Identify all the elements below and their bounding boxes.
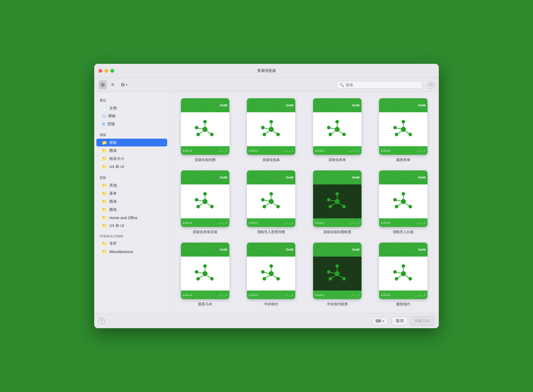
- template-item[interactable]: OmNI: [308, 243, 366, 307]
- template-name: 半径现代暗黑: [327, 302, 348, 307]
- template-thumbnail: OmNI: [379, 98, 427, 155]
- sidebar-item-ux-ui-stencil[interactable]: 📁 UX 和 UI: [96, 222, 167, 230]
- svg-point-0: [202, 127, 208, 132]
- sidebar-item-column[interactable]: 📁 专栏: [96, 240, 167, 247]
- document-icon: 📄: [102, 106, 107, 111]
- thumb-footer: 1 2: [181, 218, 229, 227]
- svg-line-89: [265, 272, 269, 273]
- sidebar-item-colors[interactable]: 📁 颜色: [96, 206, 167, 214]
- folder-icon: 📁: [102, 207, 107, 212]
- info-button[interactable]: ⓘ: [427, 81, 434, 89]
- svg-line-49: [265, 204, 269, 206]
- list-view-button[interactable]: ≡: [109, 80, 116, 89]
- svg-point-106: [393, 270, 397, 274]
- svg-point-100: [402, 264, 405, 268]
- minimize-button[interactable]: [104, 69, 108, 73]
- chevron-down-icon: ▾: [126, 83, 127, 86]
- template-item[interactable]: OmNI: [374, 170, 433, 234]
- sidebar-item-home-office[interactable]: 📁 Home and Office: [96, 214, 167, 222]
- template-thumbnail: OmNI: [313, 98, 362, 155]
- template-thumbnail: OmNI: [181, 243, 229, 299]
- thumb-body: [379, 257, 427, 290]
- sidebar-item-basic[interactable]: 📁 基本: [96, 190, 167, 197]
- titlebar: 资源浏览器: [94, 64, 439, 78]
- template-item[interactable]: OmNI: [242, 98, 300, 162]
- svg-point-1: [203, 120, 207, 123]
- folder-icon: 📁: [102, 215, 107, 220]
- list-view-icon: ≡: [111, 82, 114, 88]
- add-button[interactable]: ⌨ +: [372, 317, 388, 325]
- svg-line-42: [207, 204, 211, 206]
- svg-line-13: [265, 131, 269, 134]
- sidebar-item-templates-recent[interactable]: 🗂 模板: [96, 112, 167, 120]
- thumb-body: [313, 112, 362, 146]
- thumb-header: OmNI: [379, 243, 427, 257]
- svg-point-97: [327, 270, 331, 274]
- bottom-bar: ? ⌨ + 取消 新建文稿: [94, 313, 439, 328]
- thumb-header: OmNI: [181, 98, 229, 112]
- template-item[interactable]: OmNI: [176, 243, 234, 307]
- svg-line-62: [331, 200, 335, 201]
- svg-point-10: [269, 120, 273, 123]
- settings-button[interactable]: ⚙ ▾: [118, 80, 129, 89]
- svg-point-82: [269, 264, 273, 268]
- template-thumbnail: OmNI: [181, 98, 229, 155]
- omni-logo: OmNI: [286, 248, 293, 251]
- thumb-footer: 1 2: [247, 146, 295, 155]
- sidebar-item-charts-stencil[interactable]: 📁 图表: [96, 198, 167, 205]
- svg-point-18: [335, 127, 340, 132]
- cancel-button[interactable]: 取消: [391, 316, 408, 326]
- template-name: 层级化线条: [262, 158, 280, 162]
- svg-point-63: [401, 199, 406, 204]
- sidebar-item-ux-ui[interactable]: 📁 UX 和 UI: [96, 163, 167, 171]
- close-button[interactable]: [99, 69, 102, 73]
- svg-line-53: [265, 200, 269, 201]
- sidebar-item-label: 文档: [109, 106, 117, 111]
- sidebar-item-documents[interactable]: 📄 文档: [96, 104, 167, 112]
- sidebar-item-label: 型版: [107, 122, 115, 127]
- grid-view-button[interactable]: ⊞: [99, 80, 107, 89]
- template-name: 半径现代: [264, 302, 278, 307]
- template-item[interactable]: OmNI: [242, 170, 300, 234]
- template-item[interactable]: OmNI: [374, 243, 433, 307]
- content-area: 最近 📄 文档 🗂 模板 ⊞ 型版 模板 📁 模板 📁 图表: [94, 92, 439, 313]
- sidebar-item-charts[interactable]: 📁 图表: [96, 147, 167, 155]
- svg-line-51: [273, 204, 277, 206]
- help-button[interactable]: ?: [99, 318, 105, 324]
- sidebar-item-others[interactable]: 📁 其他: [96, 181, 167, 189]
- sidebar-item-miscellaneous[interactable]: 📁 Miscellaneous: [96, 248, 167, 256]
- template-item[interactable]: OmNI: [176, 98, 234, 162]
- thumb-footer: 1 2: [313, 146, 362, 155]
- template-item[interactable]: OmNI: [308, 170, 366, 234]
- template-item[interactable]: OmNI: [308, 98, 366, 162]
- thumb-header: OmNI: [313, 243, 362, 257]
- maximize-button[interactable]: [110, 69, 114, 73]
- template-folder-icon: 📁: [102, 140, 107, 145]
- thumb-body: [247, 112, 295, 146]
- search-input[interactable]: [346, 83, 420, 87]
- new-document-button[interactable]: 新建文稿: [410, 316, 434, 326]
- template-thumbnail: OmNI: [313, 243, 362, 299]
- template-item[interactable]: OmNI: [176, 170, 234, 234]
- thumb-body: [247, 184, 295, 218]
- svg-point-28: [402, 120, 405, 123]
- sidebar-section-recent: 最近: [94, 96, 169, 104]
- sidebar-item-paper-size[interactable]: 📁 纸张大小: [96, 155, 167, 163]
- svg-point-99: [401, 271, 406, 276]
- template-name: 强制导入白板: [393, 230, 414, 234]
- svg-point-34: [393, 126, 397, 129]
- omni-logo: OmNI: [352, 248, 359, 251]
- template-item[interactable]: OmNI: [242, 243, 300, 307]
- thumb-footer: 1 2: [379, 290, 427, 299]
- template-item[interactable]: OmNI: [374, 98, 433, 162]
- sidebar-item-stencils-recent[interactable]: ⊞ 型版: [96, 120, 167, 128]
- sidebar-item-templates-active[interactable]: 📁 模板: [96, 139, 167, 146]
- sidebar-active-label: 模板: [109, 140, 117, 145]
- template-thumbnail: OmNI: [313, 170, 362, 227]
- svg-line-94: [332, 276, 335, 278]
- stencil-icon: ⊞: [102, 121, 105, 127]
- thumb-footer: 1 2: [181, 146, 229, 155]
- svg-point-79: [195, 270, 198, 274]
- omni-logo: OmNI: [220, 176, 227, 179]
- thumb-header: OmNI: [313, 170, 362, 184]
